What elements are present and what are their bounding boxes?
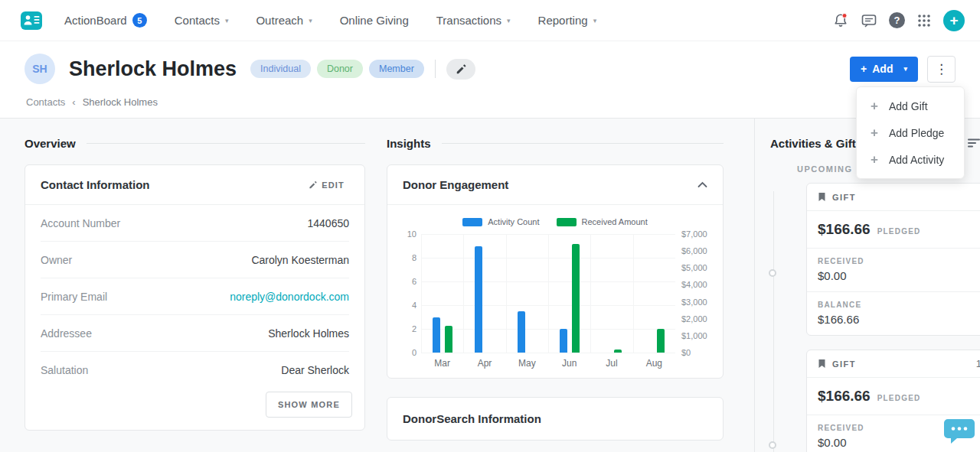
- nav-online-giving[interactable]: Online Giving: [340, 14, 409, 27]
- filter-icon[interactable]: [968, 138, 980, 148]
- edit-contact-button[interactable]: [446, 59, 475, 80]
- contact-information-title: Contact Information: [41, 178, 150, 191]
- field-label: Owner: [41, 254, 72, 266]
- field-value: Carolyn Koesterman: [251, 254, 349, 266]
- field-salutation: Salutation Dear Sherlock: [41, 352, 349, 389]
- donor-engagement-chart: Activity CountReceived Amount 0246810 $0…: [387, 205, 723, 378]
- chart-category-cell: [633, 234, 675, 353]
- breadcrumb-separator: ‹: [72, 96, 75, 108]
- overview-section-title: Overview: [24, 137, 76, 150]
- timeline-dot: [769, 441, 776, 449]
- badge-individual: Individual: [250, 60, 311, 78]
- field-addressee: Addressee Sherlock Holmes: [41, 315, 349, 352]
- more-options-button[interactable]: ⋮: [927, 56, 956, 83]
- gift-amount: $166.66: [818, 221, 871, 238]
- bar-received-amount: [657, 329, 665, 353]
- bookmark-icon: [818, 359, 826, 369]
- axis-tick: $3,000: [681, 298, 707, 307]
- avatar: SH: [24, 54, 55, 84]
- quick-add-icon[interactable]: +: [943, 10, 965, 31]
- donorsearch-card: DonorSearch Information: [387, 397, 724, 441]
- insights-section-title: Insights: [387, 137, 431, 150]
- timeline-dot: [769, 269, 776, 277]
- bar-activity-count: [560, 329, 567, 353]
- bar-activity-count: [518, 311, 525, 353]
- nav-transactions[interactable]: Transactions ▾: [436, 14, 511, 27]
- axis-tick: 10: [407, 229, 416, 239]
- bar-activity-count: [475, 246, 482, 353]
- chart-axis-right: $0$1,000$2,000$3,000$4,000$5,000$6,000$7…: [675, 234, 710, 353]
- gift-row-label: RECEIVED: [818, 257, 980, 265]
- insights-column: Insights Donor Engagement Activity Count…: [387, 119, 724, 452]
- gift-type-label: GIFT: [832, 359, 856, 369]
- chart-category-cell: [548, 234, 590, 353]
- chart-category-cell: [590, 234, 632, 353]
- app-logo-icon[interactable]: [18, 9, 44, 32]
- chart-axis-left: 0246810: [400, 234, 421, 353]
- add-button[interactable]: + Add ▾: [850, 57, 918, 82]
- badge-donor: Donor: [317, 60, 363, 78]
- axis-tick: $5,000: [681, 263, 707, 272]
- nav-right-icons: ? +: [832, 10, 965, 31]
- plus-icon: +: [871, 99, 878, 112]
- edit-contact-info-button[interactable]: EDIT: [304, 180, 349, 190]
- gift-balance-row: BALANCE $166.66: [807, 292, 980, 335]
- kebab-icon: ⋮: [935, 61, 948, 77]
- gift-row-value: $166.66: [818, 313, 980, 326]
- plus-icon: +: [871, 153, 878, 166]
- contact-badges: Individual Donor Member: [250, 60, 424, 78]
- gift-card-header: GIFT 12/1/23: [807, 350, 980, 378]
- x-axis-label: Aug: [633, 358, 675, 369]
- notifications-bell-icon[interactable]: [832, 12, 849, 29]
- help-icon[interactable]: ?: [889, 12, 905, 28]
- gift-row-label: BALANCE: [818, 301, 980, 309]
- gift-amount-status: PLEDGED: [877, 394, 921, 402]
- gift-row-value: $0.00: [818, 269, 980, 282]
- menu-item-label: Add Gift: [889, 100, 928, 112]
- nav-contacts[interactable]: Contacts ▾: [175, 14, 229, 27]
- field-value: Sherlock Holmes: [268, 327, 349, 340]
- timeline-line: [773, 191, 774, 452]
- bar-received-amount: [445, 326, 452, 353]
- collapse-chevron-up-icon[interactable]: [697, 181, 707, 188]
- field-primary-email: Primary Email noreply@donordock.com: [41, 278, 349, 315]
- menu-item-label: Add Activity: [889, 154, 944, 166]
- menu-item-add-gift[interactable]: + Add Gift: [857, 93, 964, 119]
- activities-section-title: Activities & Gifts: [770, 137, 862, 150]
- field-label: Primary Email: [41, 291, 107, 303]
- menu-item-add-activity[interactable]: + Add Activity: [857, 146, 964, 173]
- field-value: 1440650: [307, 217, 349, 229]
- chart-category-cell: [421, 234, 463, 353]
- menu-item-label: Add Pledge: [889, 127, 944, 139]
- apps-grid-icon[interactable]: [916, 13, 932, 28]
- menu-item-add-pledge[interactable]: + Add Pledge: [857, 119, 964, 146]
- chat-widget-icon[interactable]: [943, 417, 975, 449]
- breadcrumb-contacts[interactable]: Contacts: [26, 96, 65, 108]
- breadcrumb: Contacts ‹ Sherlock Holmes: [0, 84, 980, 118]
- gift-card[interactable]: GIFT 1/1/24 $166.66 PLEDGED RECEIVED $0.…: [806, 183, 980, 336]
- x-axis-label: Mar: [421, 358, 463, 369]
- nav-reporting-label: Reporting: [538, 14, 588, 27]
- chart-category-cell: [506, 234, 548, 353]
- pencil-icon: [309, 180, 317, 189]
- legend-item: Activity Count: [462, 217, 539, 226]
- plus-glyph: +: [949, 12, 958, 29]
- axis-tick: $4,000: [681, 280, 707, 289]
- email-link[interactable]: noreply@donordock.com: [230, 291, 349, 303]
- nav-reporting[interactable]: Reporting ▾: [538, 14, 597, 27]
- add-dropdown-menu: + Add Gift + Add Pledge + Add Activity: [856, 86, 965, 179]
- chevron-down-icon: ▾: [309, 17, 312, 24]
- edit-label: EDIT: [322, 180, 345, 190]
- chart-xlabels: MarAprMayJunJulAug: [421, 358, 675, 369]
- nav-outreach[interactable]: Outreach ▾: [256, 14, 312, 27]
- x-axis-label: Jun: [548, 358, 590, 369]
- nav-actionboard[interactable]: ActionBoard 5: [64, 13, 147, 28]
- nav-actionboard-label: ActionBoard: [64, 14, 127, 27]
- show-more-button[interactable]: SHOW MORE: [266, 392, 352, 418]
- chart-plot: [421, 234, 675, 353]
- gift-type-label: GIFT: [832, 193, 856, 202]
- axis-tick: 2: [412, 324, 416, 333]
- messages-icon[interactable]: [861, 12, 877, 29]
- gift-date: 12/1/23: [976, 358, 980, 369]
- chevron-down-icon: ▾: [225, 17, 229, 24]
